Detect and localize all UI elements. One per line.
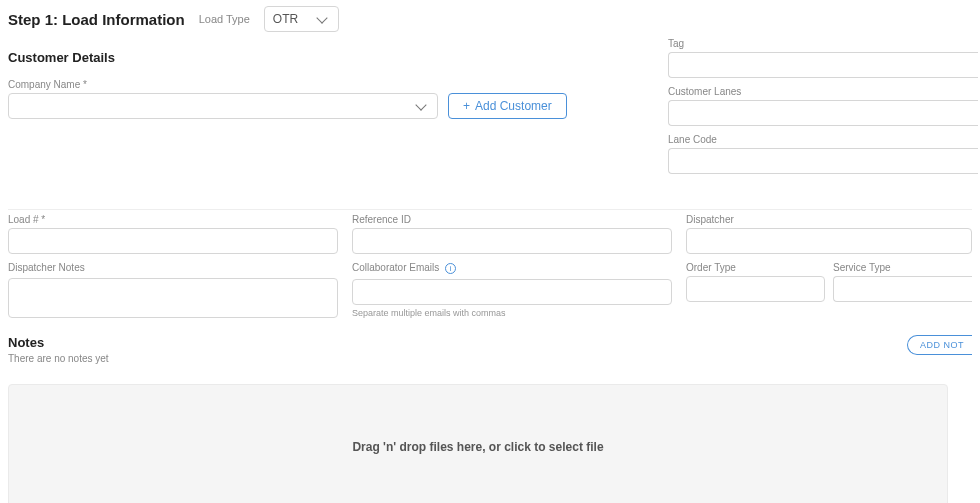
load-number-label: Load # * (8, 214, 338, 225)
dispatcher-notes-textarea[interactable] (8, 278, 338, 318)
tag-input[interactable] (668, 52, 978, 78)
chevron-down-icon (415, 99, 426, 110)
lane-code-label: Lane Code (668, 134, 980, 145)
plus-icon: + (463, 99, 470, 113)
lane-code-input[interactable] (668, 148, 978, 174)
add-notes-button[interactable]: ADD NOT (907, 335, 972, 355)
order-type-input[interactable] (686, 276, 825, 302)
load-type-value: OTR (273, 12, 298, 26)
service-type-label: Service Type (833, 262, 972, 273)
collaborator-emails-hint: Separate multiple emails with commas (352, 308, 672, 318)
company-name-select[interactable] (8, 93, 438, 119)
add-customer-label: Add Customer (475, 99, 552, 113)
dropzone-text: Drag 'n' drop files here, or click to se… (352, 440, 603, 454)
reference-id-label: Reference ID (352, 214, 672, 225)
tag-label: Tag (668, 38, 980, 49)
dispatcher-label: Dispatcher (686, 214, 972, 225)
collaborator-emails-label: Collaborator Emails i (352, 262, 672, 274)
collaborator-emails-input[interactable] (352, 279, 672, 305)
load-number-input[interactable] (8, 228, 338, 254)
notes-empty-text: There are no notes yet (8, 353, 109, 364)
notes-heading: Notes (8, 335, 109, 350)
service-type-input[interactable] (833, 276, 972, 302)
step-title: Step 1: Load Information (8, 11, 185, 28)
order-type-label: Order Type (686, 262, 825, 273)
customer-lanes-label: Customer Lanes (668, 86, 980, 97)
load-type-label: Load Type (199, 13, 250, 25)
customer-lanes-input[interactable] (668, 100, 978, 126)
add-customer-button[interactable]: + Add Customer (448, 93, 567, 119)
load-type-select[interactable]: OTR (264, 6, 339, 32)
reference-id-input[interactable] (352, 228, 672, 254)
chevron-down-icon (316, 12, 327, 23)
dispatcher-notes-label: Dispatcher Notes (8, 262, 338, 273)
dispatcher-input[interactable] (686, 228, 972, 254)
info-icon: i (445, 263, 456, 274)
file-dropzone[interactable]: Drag 'n' drop files here, or click to se… (8, 384, 948, 503)
